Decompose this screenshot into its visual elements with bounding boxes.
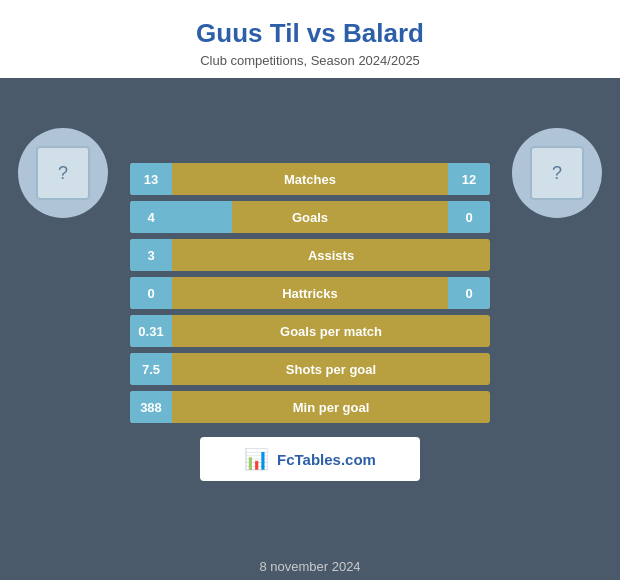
stat-label-goals-per-match: Goals per match [172,324,490,339]
stat-label-min-per-goal: Min per goal [172,400,490,415]
goals-fill-bar [172,201,232,233]
stats-container: 13Matches124Goals03Assists0Hattricks00.3… [130,163,490,423]
branding-text: FcTables.com [277,451,376,468]
main-content: ? 13Matches124Goals03Assists0Hattricks00… [0,78,620,551]
subtitle: Club competitions, Season 2024/2025 [20,53,600,68]
avatar-right: ? [512,128,602,218]
stat-row-hattricks: 0Hattricks0 [130,277,490,309]
stat-right-goals: 0 [448,201,490,233]
stat-row-min-per-goal: 388Min per goal [130,391,490,423]
stat-label-assists: Assists [172,248,490,263]
avatar-left: ? [18,128,108,218]
stat-row-shots-per-goal: 7.5Shots per goal [130,353,490,385]
stat-row-matches: 13Matches12 [130,163,490,195]
stat-left-goals: 4 [130,201,172,233]
stat-right-matches: 12 [448,163,490,195]
stat-left-shots-per-goal: 7.5 [130,353,172,385]
stat-left-min-per-goal: 388 [130,391,172,423]
stat-label-shots-per-goal: Shots per goal [172,362,490,377]
stat-right-hattricks: 0 [448,277,490,309]
stat-left-goals-per-match: 0.31 [130,315,172,347]
avatar-left-icon: ? [58,163,68,184]
center-column: 13Matches124Goals03Assists0Hattricks00.3… [130,158,490,481]
stat-label-matches: Matches [172,172,448,187]
header: Guus Til vs Balard Club competitions, Se… [0,0,620,78]
stat-left-matches: 13 [130,163,172,195]
stat-row-goals-per-match: 0.31Goals per match [130,315,490,347]
stat-left-assists: 3 [130,239,172,271]
stat-left-hattricks: 0 [130,277,172,309]
avatar-right-icon: ? [552,163,562,184]
stat-label-hattricks: Hattricks [172,286,448,301]
branding-box: 📊 FcTables.com [200,437,420,481]
stat-row-assists: 3Assists [130,239,490,271]
stat-row-goals: 4Goals0 [130,201,490,233]
branding-icon: 📊 [244,447,269,471]
footer-date: 8 november 2024 [259,559,360,574]
page-title: Guus Til vs Balard [20,18,600,49]
